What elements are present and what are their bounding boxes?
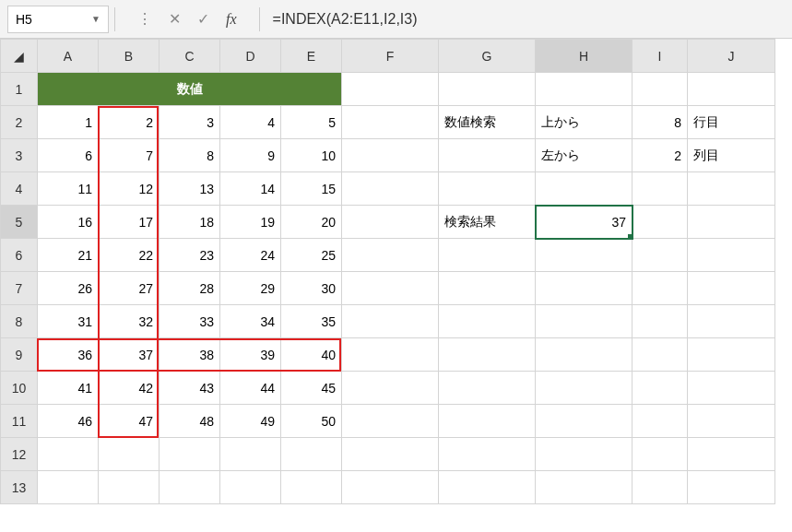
row-header-12[interactable]: 12 — [1, 438, 38, 471]
cell[interactable] — [688, 206, 775, 239]
col-header-J[interactable]: J — [688, 40, 775, 73]
cell[interactable] — [342, 206, 439, 239]
cell[interactable]: 36 — [38, 338, 99, 372]
cell[interactable]: 1 — [38, 106, 99, 139]
fx-icon[interactable]: fx — [226, 11, 237, 28]
cell[interactable] — [688, 172, 775, 206]
result-label[interactable]: 検索結果 — [439, 206, 536, 239]
cell[interactable] — [632, 272, 688, 305]
cell[interactable] — [688, 338, 775, 372]
cell[interactable] — [536, 338, 632, 372]
col-header-E[interactable]: E — [281, 40, 342, 73]
cell[interactable]: 30 — [281, 272, 342, 305]
cell[interactable] — [536, 239, 632, 272]
cell[interactable] — [688, 272, 775, 305]
cell[interactable]: 38 — [160, 338, 220, 372]
cell[interactable]: 27 — [99, 272, 160, 305]
check-icon[interactable]: ✓ — [197, 10, 209, 28]
row-header-5[interactable]: 5 — [1, 206, 38, 239]
cancel-icon[interactable]: ✕ — [169, 10, 181, 28]
cell[interactable]: 3 — [160, 106, 220, 139]
cell[interactable] — [439, 372, 536, 405]
cell[interactable]: 9 — [220, 139, 281, 172]
col-header-B[interactable]: B — [99, 40, 160, 73]
cell[interactable]: 34 — [220, 305, 281, 338]
col-header-I[interactable]: I — [632, 40, 688, 73]
cell[interactable]: 35 — [281, 305, 342, 338]
col-header-D[interactable]: D — [220, 40, 281, 73]
cell[interactable]: 26 — [38, 272, 99, 305]
table-title[interactable]: 数値 — [38, 73, 342, 106]
cell[interactable] — [439, 139, 536, 172]
name-box[interactable]: H5 ▼ — [7, 6, 109, 33]
search-label[interactable]: 数値検索 — [439, 106, 536, 139]
row-header-11[interactable]: 11 — [1, 405, 38, 438]
cell[interactable]: 13 — [160, 172, 220, 206]
row-header-9[interactable]: 9 — [1, 338, 38, 372]
col-header-A[interactable]: A — [38, 40, 99, 73]
cell[interactable]: 6 — [38, 139, 99, 172]
cell[interactable] — [439, 405, 536, 438]
cell[interactable] — [632, 172, 688, 206]
cell[interactable] — [632, 338, 688, 372]
col-suffix[interactable]: 列目 — [688, 139, 775, 172]
cell[interactable] — [342, 405, 439, 438]
cell[interactable] — [688, 305, 775, 338]
cell[interactable]: 10 — [281, 139, 342, 172]
cell[interactable]: 19 — [220, 206, 281, 239]
cell[interactable]: 41 — [38, 372, 99, 405]
col-header-H[interactable]: H — [536, 40, 632, 73]
cell[interactable]: 15 — [281, 172, 342, 206]
cell[interactable]: 37 — [99, 338, 160, 372]
cell[interactable] — [38, 438, 99, 471]
cell[interactable] — [439, 239, 536, 272]
cell[interactable] — [632, 405, 688, 438]
cell[interactable] — [439, 471, 536, 504]
cell[interactable] — [632, 438, 688, 471]
cell[interactable]: 18 — [160, 206, 220, 239]
cell[interactable] — [439, 305, 536, 338]
col-num-input[interactable]: 2 — [632, 139, 688, 172]
cell[interactable]: 31 — [38, 305, 99, 338]
cell[interactable]: 49 — [220, 405, 281, 438]
cell[interactable] — [536, 272, 632, 305]
cell[interactable]: 29 — [220, 272, 281, 305]
row-header-1[interactable]: 1 — [1, 73, 38, 106]
cell[interactable] — [632, 206, 688, 239]
row-header-2[interactable]: 2 — [1, 106, 38, 139]
row-header-6[interactable]: 6 — [1, 239, 38, 272]
cell[interactable]: 21 — [38, 239, 99, 272]
cell[interactable] — [536, 372, 632, 405]
cell[interactable]: 48 — [160, 405, 220, 438]
cell[interactable] — [342, 372, 439, 405]
row-header-7[interactable]: 7 — [1, 272, 38, 305]
cell[interactable] — [99, 438, 160, 471]
cell[interactable] — [632, 471, 688, 504]
from-left-label[interactable]: 左から — [536, 139, 632, 172]
result-cell[interactable]: 37 — [536, 206, 632, 239]
cell[interactable]: 28 — [160, 272, 220, 305]
row-suffix[interactable]: 行目 — [688, 106, 775, 139]
cell[interactable]: 8 — [160, 139, 220, 172]
row-num-input[interactable]: 8 — [632, 106, 688, 139]
cell[interactable] — [439, 438, 536, 471]
cell[interactable] — [439, 338, 536, 372]
cell[interactable] — [536, 305, 632, 338]
cell[interactable] — [342, 338, 439, 372]
cell[interactable]: 40 — [281, 338, 342, 372]
row-header-10[interactable]: 10 — [1, 372, 38, 405]
cell[interactable]: 11 — [38, 172, 99, 206]
cell[interactable]: 33 — [160, 305, 220, 338]
row-header-13[interactable]: 13 — [1, 471, 38, 504]
cell[interactable]: 42 — [99, 372, 160, 405]
cell[interactable] — [536, 172, 632, 206]
cell[interactable]: 12 — [99, 172, 160, 206]
col-header-C[interactable]: C — [160, 40, 220, 73]
from-top-label[interactable]: 上から — [536, 106, 632, 139]
row-header-4[interactable]: 4 — [1, 172, 38, 206]
cell[interactable] — [342, 471, 439, 504]
cell[interactable] — [281, 438, 342, 471]
cell[interactable]: 16 — [38, 206, 99, 239]
cell[interactable] — [342, 239, 439, 272]
cell[interactable] — [160, 438, 220, 471]
